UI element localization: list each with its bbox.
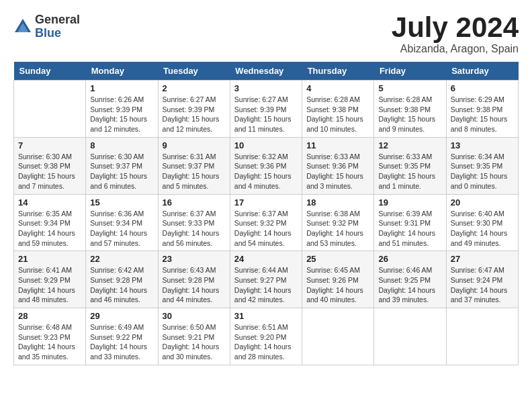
day-number: 12	[378, 140, 441, 150]
day-info: Sunrise: 6:28 AM Sunset: 9:38 PM Dayligh…	[378, 95, 441, 134]
calendar-table: Sunday Monday Tuesday Wednesday Thursday…	[13, 62, 519, 365]
day-info: Sunrise: 6:29 AM Sunset: 9:38 PM Dayligh…	[451, 95, 514, 134]
day-number: 28	[18, 311, 81, 321]
calendar-cell: 17Sunrise: 6:37 AM Sunset: 9:32 PM Dayli…	[230, 194, 302, 251]
calendar-cell	[446, 308, 518, 365]
day-number: 9	[163, 140, 226, 150]
calendar-cell: 2Sunrise: 6:27 AM Sunset: 9:39 PM Daylig…	[158, 81, 230, 138]
calendar-cell: 18Sunrise: 6:38 AM Sunset: 9:32 PM Dayli…	[302, 194, 374, 251]
day-info: Sunrise: 6:30 AM Sunset: 9:38 PM Dayligh…	[18, 152, 81, 191]
header-wednesday: Wednesday	[230, 62, 302, 81]
day-number: 4	[306, 83, 369, 93]
day-number: 23	[163, 254, 226, 264]
calendar-cell: 24Sunrise: 6:44 AM Sunset: 9:27 PM Dayli…	[230, 251, 302, 308]
day-number: 22	[90, 254, 153, 264]
day-number: 25	[306, 254, 369, 264]
day-number: 29	[90, 311, 153, 321]
day-info: Sunrise: 6:38 AM Sunset: 9:32 PM Dayligh…	[306, 209, 369, 248]
day-number: 1	[90, 83, 153, 93]
page-header: General Blue July 2024 Abizanda, Aragon,…	[13, 13, 519, 55]
calendar-cell: 12Sunrise: 6:33 AM Sunset: 9:35 PM Dayli…	[374, 137, 446, 194]
logo-blue-text: Blue	[35, 27, 80, 40]
day-info: Sunrise: 6:32 AM Sunset: 9:36 PM Dayligh…	[234, 152, 298, 191]
calendar-cell: 21Sunrise: 6:41 AM Sunset: 9:29 PM Dayli…	[14, 251, 86, 308]
day-number: 3	[234, 83, 298, 93]
day-number: 13	[451, 140, 514, 150]
day-info: Sunrise: 6:42 AM Sunset: 9:28 PM Dayligh…	[90, 265, 153, 305]
day-info: Sunrise: 6:43 AM Sunset: 9:28 PM Dayligh…	[163, 265, 226, 305]
day-info: Sunrise: 6:41 AM Sunset: 9:29 PM Dayligh…	[18, 265, 81, 305]
calendar-cell: 19Sunrise: 6:39 AM Sunset: 9:31 PM Dayli…	[374, 194, 446, 251]
logo-text: General Blue	[35, 13, 80, 40]
calendar-cell: 11Sunrise: 6:33 AM Sunset: 9:36 PM Dayli…	[302, 137, 374, 194]
calendar-week-5: 28Sunrise: 6:48 AM Sunset: 9:23 PM Dayli…	[14, 308, 519, 365]
day-number: 8	[90, 140, 153, 150]
day-info: Sunrise: 6:33 AM Sunset: 9:36 PM Dayligh…	[306, 152, 369, 191]
calendar-cell: 26Sunrise: 6:46 AM Sunset: 9:25 PM Dayli…	[374, 251, 446, 308]
day-number: 24	[234, 254, 298, 264]
day-number: 15	[90, 197, 153, 208]
day-info: Sunrise: 6:40 AM Sunset: 9:30 PM Dayligh…	[451, 209, 514, 248]
calendar-cell: 23Sunrise: 6:43 AM Sunset: 9:28 PM Dayli…	[158, 251, 230, 308]
calendar-cell: 25Sunrise: 6:45 AM Sunset: 9:26 PM Dayli…	[302, 251, 374, 308]
day-info: Sunrise: 6:31 AM Sunset: 9:37 PM Dayligh…	[163, 152, 226, 191]
header-friday: Friday	[374, 62, 446, 81]
header-tuesday: Tuesday	[158, 62, 230, 81]
day-info: Sunrise: 6:36 AM Sunset: 9:34 PM Dayligh…	[90, 209, 153, 248]
day-number: 20	[451, 197, 514, 208]
calendar-cell: 6Sunrise: 6:29 AM Sunset: 9:38 PM Daylig…	[446, 81, 518, 138]
calendar-week-1: 1Sunrise: 6:26 AM Sunset: 9:39 PM Daylig…	[14, 81, 519, 138]
day-info: Sunrise: 6:26 AM Sunset: 9:39 PM Dayligh…	[90, 95, 153, 134]
day-number: 21	[18, 254, 81, 264]
day-number: 18	[306, 197, 369, 208]
logo-general-text: General	[35, 13, 80, 27]
day-info: Sunrise: 6:35 AM Sunset: 9:34 PM Dayligh…	[18, 209, 81, 248]
calendar-cell: 31Sunrise: 6:51 AM Sunset: 9:20 PM Dayli…	[230, 308, 302, 365]
calendar-body: 1Sunrise: 6:26 AM Sunset: 9:39 PM Daylig…	[14, 81, 519, 365]
calendar-cell	[374, 308, 446, 365]
day-number: 5	[378, 83, 441, 93]
calendar-cell: 15Sunrise: 6:36 AM Sunset: 9:34 PM Dayli…	[86, 194, 158, 251]
day-number: 16	[163, 197, 226, 208]
day-info: Sunrise: 6:27 AM Sunset: 9:39 PM Dayligh…	[234, 95, 298, 134]
calendar-cell: 13Sunrise: 6:34 AM Sunset: 9:35 PM Dayli…	[446, 137, 518, 194]
day-number: 6	[451, 83, 514, 93]
day-number: 17	[234, 197, 298, 208]
calendar-cell	[14, 81, 86, 138]
day-number: 27	[451, 254, 514, 264]
day-number: 30	[163, 311, 226, 321]
calendar-cell: 16Sunrise: 6:37 AM Sunset: 9:33 PM Dayli…	[158, 194, 230, 251]
header-thursday: Thursday	[302, 62, 374, 81]
calendar-cell: 27Sunrise: 6:47 AM Sunset: 9:24 PM Dayli…	[446, 251, 518, 308]
day-info: Sunrise: 6:37 AM Sunset: 9:32 PM Dayligh…	[234, 209, 298, 248]
day-info: Sunrise: 6:39 AM Sunset: 9:31 PM Dayligh…	[378, 209, 441, 248]
day-info: Sunrise: 6:44 AM Sunset: 9:27 PM Dayligh…	[234, 265, 298, 305]
location-text: Abizanda, Aragon, Spain	[392, 43, 519, 55]
weekday-row: Sunday Monday Tuesday Wednesday Thursday…	[14, 62, 519, 81]
calendar-cell: 20Sunrise: 6:40 AM Sunset: 9:30 PM Dayli…	[446, 194, 518, 251]
logo: General Blue	[13, 13, 80, 40]
calendar-header: Sunday Monday Tuesday Wednesday Thursday…	[14, 62, 519, 81]
calendar-cell: 10Sunrise: 6:32 AM Sunset: 9:36 PM Dayli…	[230, 137, 302, 194]
day-info: Sunrise: 6:47 AM Sunset: 9:24 PM Dayligh…	[451, 265, 514, 305]
calendar-cell: 14Sunrise: 6:35 AM Sunset: 9:34 PM Dayli…	[14, 194, 86, 251]
calendar-cell: 1Sunrise: 6:26 AM Sunset: 9:39 PM Daylig…	[86, 81, 158, 138]
day-number: 26	[378, 254, 441, 264]
day-info: Sunrise: 6:30 AM Sunset: 9:37 PM Dayligh…	[90, 152, 153, 191]
day-info: Sunrise: 6:28 AM Sunset: 9:38 PM Dayligh…	[306, 95, 369, 134]
calendar-cell: 9Sunrise: 6:31 AM Sunset: 9:37 PM Daylig…	[158, 137, 230, 194]
day-info: Sunrise: 6:49 AM Sunset: 9:22 PM Dayligh…	[90, 322, 153, 362]
day-info: Sunrise: 6:50 AM Sunset: 9:21 PM Dayligh…	[163, 322, 226, 362]
day-info: Sunrise: 6:37 AM Sunset: 9:33 PM Dayligh…	[163, 209, 226, 248]
calendar-week-4: 21Sunrise: 6:41 AM Sunset: 9:29 PM Dayli…	[14, 251, 519, 308]
calendar-week-3: 14Sunrise: 6:35 AM Sunset: 9:34 PM Dayli…	[14, 194, 519, 251]
header-saturday: Saturday	[446, 62, 518, 81]
day-info: Sunrise: 6:46 AM Sunset: 9:25 PM Dayligh…	[378, 265, 441, 305]
calendar-week-2: 7Sunrise: 6:30 AM Sunset: 9:38 PM Daylig…	[14, 137, 519, 194]
calendar-cell: 30Sunrise: 6:50 AM Sunset: 9:21 PM Dayli…	[158, 308, 230, 365]
day-number: 14	[18, 197, 81, 208]
day-number: 31	[234, 311, 298, 321]
day-number: 10	[234, 140, 298, 150]
day-info: Sunrise: 6:33 AM Sunset: 9:35 PM Dayligh…	[378, 152, 441, 191]
day-number: 19	[378, 197, 441, 208]
